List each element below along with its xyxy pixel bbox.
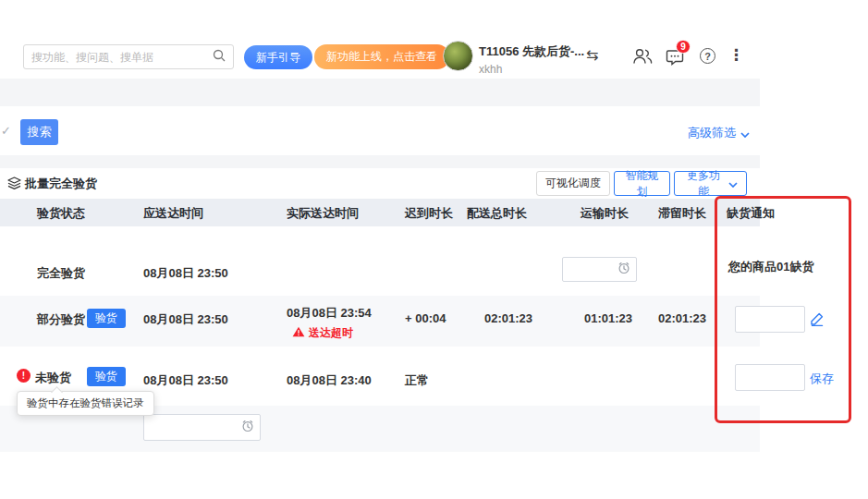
col-header-total: 配送总时长 xyxy=(467,205,527,222)
chevron-down-icon xyxy=(728,177,738,190)
clock-icon[interactable] xyxy=(617,262,630,278)
account-id: xkhh xyxy=(479,63,584,76)
divider-band xyxy=(0,79,760,106)
visual-dispatch-button[interactable]: 可视化调度 xyxy=(536,171,610,196)
late-status: 正常 xyxy=(405,372,429,389)
smart-planning-button[interactable]: 智能规划 xyxy=(614,171,670,196)
transport-duration: 01:01:23 xyxy=(584,311,632,325)
clock-icon[interactable] xyxy=(241,420,254,436)
help-icon[interactable]: ? xyxy=(700,48,715,64)
col-header-status: 验货状态 xyxy=(37,205,85,222)
table-header xyxy=(0,199,760,226)
search-button[interactable]: 搜索 xyxy=(20,119,58,145)
section-title: 批量完全验货 xyxy=(25,176,97,192)
expected-time-input-field[interactable] xyxy=(150,421,241,434)
actual-time: 08月08日 23:40 xyxy=(287,372,372,389)
stockout-notice-input[interactable] xyxy=(735,306,805,333)
more-menu-icon[interactable]: ⋮ xyxy=(728,45,744,65)
app-window: 新手引导 新功能上线，点击查看 T11056 先款后货-... xkhh ⇆ 9… xyxy=(0,0,868,499)
search-icon[interactable] xyxy=(213,49,226,66)
col-header-stay: 滞留时长 xyxy=(658,205,706,222)
save-link[interactable]: 保存 xyxy=(810,371,834,387)
col-header-expected: 应送达时间 xyxy=(143,205,203,222)
stay-duration: 02:01:23 xyxy=(658,311,706,325)
more-functions-label: 更多功能 xyxy=(683,168,724,200)
message-count-badge: 9 xyxy=(676,40,691,54)
col-header-actual: 实际送达时间 xyxy=(287,205,359,222)
expected-time: 08月08日 23:50 xyxy=(143,372,228,389)
check-icon: ✓ xyxy=(1,124,11,138)
avatar[interactable] xyxy=(443,41,473,71)
error-tooltip: 验货中存在验货错误记录 xyxy=(17,391,154,416)
transport-time-input[interactable] xyxy=(562,257,637,282)
stockout-notice-text: 您的商品01缺货 xyxy=(728,259,813,275)
late-duration: + 00:04 xyxy=(405,311,446,325)
status-label: 完全验货 xyxy=(37,265,85,282)
status-label: 部分验货 xyxy=(37,311,85,328)
new-feature-button[interactable]: 新功能上线，点击查看 xyxy=(314,44,449,69)
expected-time-input[interactable] xyxy=(143,414,261,441)
beginner-guide-button[interactable]: 新手引导 xyxy=(244,45,312,69)
account-info[interactable]: T11056 先款后货-... xkhh xyxy=(479,43,584,76)
total-duration: 02:01:23 xyxy=(484,311,532,325)
advanced-filter-label: 高级筛选 xyxy=(688,125,736,141)
status-label: 未验货 xyxy=(35,370,71,386)
col-header-transport: 运输时长 xyxy=(581,205,629,222)
chevron-down-icon xyxy=(740,127,750,140)
col-header-stockout: 缺货通知 xyxy=(727,205,775,222)
stockout-notice-input-field[interactable] xyxy=(741,371,799,384)
more-functions-button[interactable]: 更多功能 xyxy=(674,171,747,196)
global-search[interactable] xyxy=(23,44,234,69)
transport-time-input-field[interactable] xyxy=(568,263,617,276)
warning-triangle-icon xyxy=(292,326,305,340)
actual-time: 08月08日 23:54 xyxy=(287,305,372,322)
stockout-notice-input[interactable] xyxy=(735,364,805,391)
stockout-notice-input-field[interactable] xyxy=(741,313,799,326)
col-header-late: 迟到时长 xyxy=(405,205,453,222)
contacts-icon[interactable] xyxy=(632,48,654,68)
switch-account-icon[interactable]: ⇆ xyxy=(586,46,598,64)
edit-pencil-icon[interactable] xyxy=(810,311,825,330)
table-row xyxy=(0,226,760,296)
global-search-input[interactable] xyxy=(31,51,213,64)
inspect-button[interactable]: 验货 xyxy=(87,309,126,328)
advanced-filter-link[interactable]: 高级筛选 xyxy=(688,125,750,141)
account-name: T11056 先款后货-... xyxy=(479,43,584,60)
divider-band xyxy=(0,155,760,168)
overdue-warning: 送达超时 xyxy=(292,325,353,341)
expected-time: 08月08日 23:50 xyxy=(143,265,228,282)
layers-icon xyxy=(7,176,21,193)
error-indicator-icon: ! xyxy=(17,369,31,383)
expected-time: 08月08日 23:50 xyxy=(143,311,228,328)
inspect-button[interactable]: 验货 xyxy=(87,367,126,386)
overdue-warning-label: 送达超时 xyxy=(309,325,353,341)
